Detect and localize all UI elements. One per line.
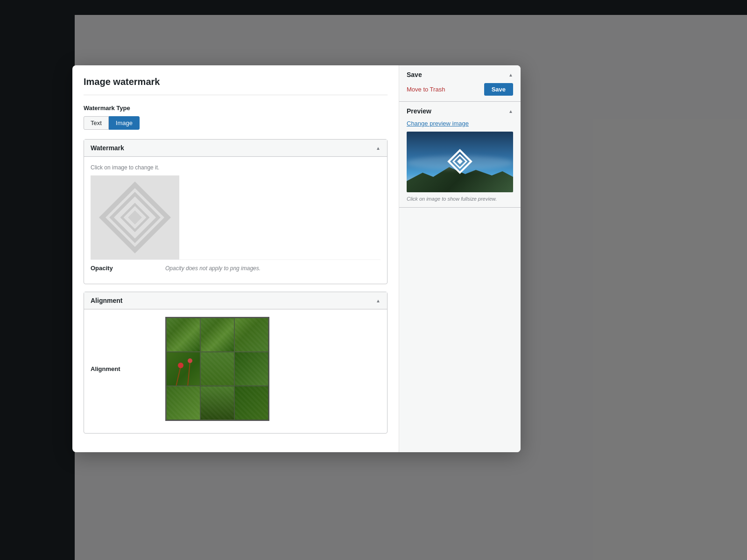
alignment-grid bbox=[165, 317, 269, 421]
flower-overlay bbox=[167, 352, 200, 386]
preview-section: Preview ▲ Change preview image Click on … bbox=[399, 102, 521, 208]
alignment-row: Alignment bbox=[91, 317, 381, 426]
watermark-panel-header: Watermark ▲ bbox=[84, 140, 387, 157]
modal-right-column: Save ▲ Move to Trash Save Preview ▲ Chan… bbox=[399, 65, 521, 452]
alignment-panel-header: Alignment ▲ bbox=[84, 292, 387, 309]
save-section-title: Save bbox=[407, 71, 422, 78]
preview-section-header: Preview ▲ bbox=[407, 107, 513, 115]
svg-line-6 bbox=[188, 362, 190, 386]
watermark-image-hint: Click on image to change it. bbox=[91, 164, 381, 171]
alignment-panel-title: Alignment bbox=[91, 297, 122, 304]
alignment-cell-bottom-right[interactable] bbox=[234, 386, 268, 420]
opacity-label: Opacity bbox=[91, 265, 165, 272]
watermark-diamond-icon bbox=[98, 180, 172, 255]
alignment-label: Alignment bbox=[91, 365, 165, 372]
watermark-type-tabs: Text Image bbox=[84, 116, 388, 130]
alignment-cell-bottom-center[interactable] bbox=[200, 386, 234, 420]
alignment-panel-collapse-icon[interactable]: ▲ bbox=[376, 298, 381, 303]
preview-image[interactable] bbox=[407, 132, 513, 192]
alignment-cell-top-center[interactable] bbox=[200, 318, 234, 352]
alignment-row-middle bbox=[166, 352, 268, 386]
watermark-image-picker[interactable] bbox=[91, 175, 179, 259]
move-to-trash-link[interactable]: Move to Trash bbox=[407, 86, 445, 93]
svg-point-5 bbox=[178, 363, 183, 368]
opacity-note: Opacity does not apply to png images. bbox=[165, 265, 261, 272]
alignment-cell-middle-left[interactable] bbox=[166, 352, 200, 386]
alignment-panel: Alignment ▲ Alignment bbox=[84, 292, 388, 434]
modal-left-column: Image watermark Watermark Type Text Imag… bbox=[72, 65, 399, 452]
alignment-cell-middle-center[interactable] bbox=[200, 352, 234, 386]
svg-marker-3 bbox=[128, 210, 142, 224]
preview-watermark-overlay bbox=[447, 148, 473, 176]
svg-line-4 bbox=[176, 366, 181, 386]
save-section-collapse-icon[interactable]: ▲ bbox=[508, 72, 513, 77]
save-section: Save ▲ Move to Trash Save bbox=[399, 65, 521, 102]
watermark-panel-collapse-icon[interactable]: ▲ bbox=[376, 146, 381, 151]
alignment-cell-top-right[interactable] bbox=[234, 318, 268, 352]
alignment-row-top bbox=[166, 318, 268, 352]
alignment-row-bottom bbox=[166, 386, 268, 420]
tab-image[interactable]: Image bbox=[109, 116, 140, 130]
svg-point-7 bbox=[188, 358, 192, 363]
preview-section-title: Preview bbox=[407, 107, 431, 115]
alignment-cell-top-left[interactable] bbox=[166, 318, 200, 352]
save-button[interactable]: Save bbox=[484, 83, 513, 96]
preview-diamond-icon bbox=[447, 148, 473, 175]
change-preview-image-link[interactable]: Change preview image bbox=[407, 120, 469, 127]
opacity-row: Opacity Opacity does not apply to png im… bbox=[91, 259, 381, 276]
watermark-panel-body: Click on image to change it. bbox=[84, 157, 387, 284]
save-section-header: Save ▲ bbox=[407, 71, 513, 78]
preview-section-collapse-icon[interactable]: ▲ bbox=[508, 109, 513, 114]
image-watermark-modal: Image watermark Watermark Type Text Imag… bbox=[72, 65, 521, 452]
tab-text[interactable]: Text bbox=[84, 116, 109, 130]
svg-marker-10 bbox=[457, 159, 463, 164]
watermark-panel: Watermark ▲ Click on image to change it. bbox=[84, 139, 388, 284]
save-actions: Move to Trash Save bbox=[407, 83, 513, 96]
watermark-type-label: Watermark Type bbox=[84, 105, 388, 112]
alignment-cell-middle-right[interactable] bbox=[234, 352, 268, 386]
alignment-cell-bottom-left[interactable] bbox=[166, 386, 200, 420]
alignment-panel-body: Alignment bbox=[84, 309, 387, 433]
preview-caption: Click on image to show fullsize preview. bbox=[407, 196, 513, 202]
watermark-panel-title: Watermark bbox=[91, 144, 124, 152]
modal-title: Image watermark bbox=[84, 77, 388, 95]
